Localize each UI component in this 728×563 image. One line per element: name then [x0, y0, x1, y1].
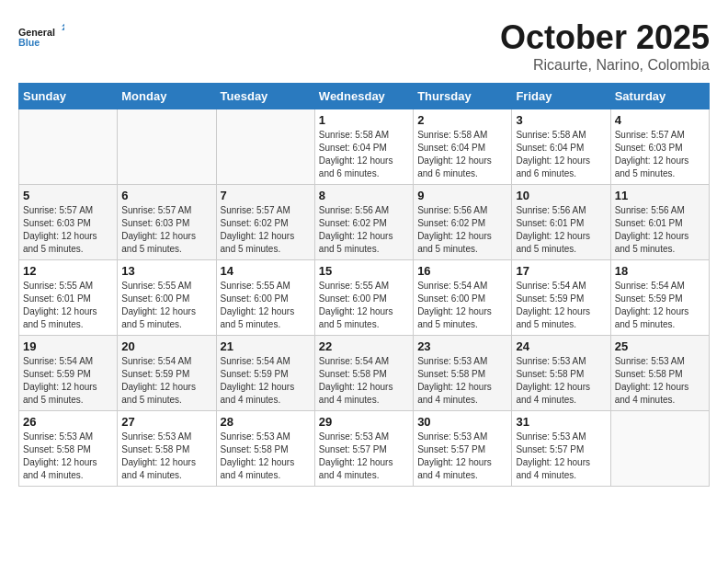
day-info: Sunrise: 5:58 AMSunset: 6:04 PMDaylight:…: [417, 129, 507, 180]
day-cell: 22Sunrise: 5:54 AMSunset: 5:58 PMDayligh…: [314, 336, 413, 411]
day-info: Sunrise: 5:55 AMSunset: 6:00 PMDaylight:…: [221, 280, 311, 331]
day-cell: 23Sunrise: 5:53 AMSunset: 5:58 PMDayligh…: [414, 336, 512, 411]
day-cell: 11Sunrise: 5:56 AMSunset: 6:01 PMDayligh…: [610, 185, 709, 260]
location-subtitle: Ricaurte, Narino, Colombia: [500, 57, 710, 74]
day-cell: 17Sunrise: 5:54 AMSunset: 5:59 PMDayligh…: [512, 260, 610, 336]
weekday-header-row: SundayMondayTuesdayWednesdayThursdayFrid…: [19, 84, 710, 109]
day-number: 30: [417, 415, 507, 429]
day-info: Sunrise: 5:54 AMSunset: 5:59 PMDaylight:…: [121, 355, 211, 407]
day-number: 22: [319, 339, 409, 353]
day-info: Sunrise: 5:53 AMSunset: 5:58 PMDaylight:…: [417, 355, 507, 407]
day-number: 26: [23, 415, 113, 429]
day-info: Sunrise: 5:58 AMSunset: 6:04 PMDaylight:…: [319, 129, 409, 180]
day-info: Sunrise: 5:54 AMSunset: 5:59 PMDaylight:…: [516, 280, 606, 331]
day-cell: 6Sunrise: 5:57 AMSunset: 6:03 PMDaylight…: [118, 185, 216, 260]
day-cell: 29Sunrise: 5:53 AMSunset: 5:57 PMDayligh…: [314, 411, 413, 487]
day-info: Sunrise: 5:55 AMSunset: 6:00 PMDaylight:…: [121, 280, 211, 331]
day-cell: 12Sunrise: 5:55 AMSunset: 6:01 PMDayligh…: [19, 260, 118, 336]
svg-text:Blue: Blue: [18, 37, 40, 48]
day-number: 18: [615, 264, 705, 278]
svg-marker-2: [62, 24, 64, 27]
day-number: 21: [221, 339, 311, 353]
day-number: 14: [221, 264, 311, 278]
day-cell: 19Sunrise: 5:54 AMSunset: 5:59 PMDayligh…: [19, 336, 118, 411]
day-cell: 4Sunrise: 5:57 AMSunset: 6:03 PMDaylight…: [610, 109, 709, 185]
day-cell: 28Sunrise: 5:53 AMSunset: 5:58 PMDayligh…: [216, 411, 314, 487]
day-cell: 18Sunrise: 5:54 AMSunset: 5:59 PMDayligh…: [610, 260, 709, 336]
day-cell: [610, 411, 709, 487]
day-info: Sunrise: 5:54 AMSunset: 5:59 PMDaylight:…: [23, 355, 113, 407]
day-number: 4: [615, 113, 705, 127]
day-info: Sunrise: 5:56 AMSunset: 6:01 PMDaylight:…: [516, 204, 606, 256]
day-number: 6: [121, 189, 211, 202]
day-cell: 30Sunrise: 5:53 AMSunset: 5:57 PMDayligh…: [414, 411, 512, 487]
weekday-header-tuesday: Tuesday: [216, 84, 314, 109]
day-info: Sunrise: 5:56 AMSunset: 6:02 PMDaylight:…: [417, 204, 507, 256]
day-cell: 27Sunrise: 5:53 AMSunset: 5:58 PMDayligh…: [118, 411, 216, 487]
day-cell: 13Sunrise: 5:55 AMSunset: 6:00 PMDayligh…: [118, 260, 216, 336]
day-cell: 7Sunrise: 5:57 AMSunset: 6:02 PMDaylight…: [216, 185, 314, 260]
day-number: 29: [319, 415, 409, 429]
day-cell: 16Sunrise: 5:54 AMSunset: 6:00 PMDayligh…: [414, 260, 512, 336]
day-info: Sunrise: 5:57 AMSunset: 6:03 PMDaylight:…: [121, 204, 211, 256]
svg-text:General: General: [18, 27, 55, 38]
day-info: Sunrise: 5:54 AMSunset: 5:59 PMDaylight:…: [615, 280, 705, 331]
day-number: 20: [121, 339, 211, 353]
day-number: 25: [615, 339, 705, 353]
day-info: Sunrise: 5:55 AMSunset: 6:00 PMDaylight:…: [319, 280, 409, 331]
day-cell: 25Sunrise: 5:53 AMSunset: 5:58 PMDayligh…: [610, 336, 709, 411]
day-number: 10: [516, 189, 606, 202]
week-row-1: 1Sunrise: 5:58 AMSunset: 6:04 PMDaylight…: [19, 109, 710, 185]
day-cell: 2Sunrise: 5:58 AMSunset: 6:04 PMDaylight…: [414, 109, 512, 185]
day-cell: [216, 109, 314, 185]
day-cell: 15Sunrise: 5:55 AMSunset: 6:00 PMDayligh…: [314, 260, 413, 336]
day-info: Sunrise: 5:53 AMSunset: 5:58 PMDaylight:…: [221, 431, 311, 482]
day-cell: 1Sunrise: 5:58 AMSunset: 6:04 PMDaylight…: [314, 109, 413, 185]
day-info: Sunrise: 5:55 AMSunset: 6:01 PMDaylight:…: [23, 280, 113, 331]
day-number: 13: [121, 264, 211, 278]
day-info: Sunrise: 5:53 AMSunset: 5:58 PMDaylight:…: [516, 355, 606, 407]
weekday-header-friday: Friday: [512, 84, 610, 109]
day-number: 24: [516, 339, 606, 353]
day-number: 11: [615, 189, 705, 202]
page-header: General Blue October 2025 Ricaurte, Nari…: [18, 18, 710, 74]
day-info: Sunrise: 5:53 AMSunset: 5:57 PMDaylight:…: [319, 431, 409, 482]
week-row-4: 19Sunrise: 5:54 AMSunset: 5:59 PMDayligh…: [19, 336, 710, 411]
day-info: Sunrise: 5:54 AMSunset: 5:58 PMDaylight:…: [319, 355, 409, 407]
day-cell: 3Sunrise: 5:58 AMSunset: 6:04 PMDaylight…: [512, 109, 610, 185]
day-info: Sunrise: 5:54 AMSunset: 5:59 PMDaylight:…: [221, 355, 311, 407]
day-info: Sunrise: 5:57 AMSunset: 6:03 PMDaylight:…: [615, 129, 705, 180]
day-number: 31: [516, 415, 606, 429]
day-number: 23: [417, 339, 507, 353]
day-info: Sunrise: 5:53 AMSunset: 5:57 PMDaylight:…: [417, 431, 507, 482]
svg-marker-3: [62, 27, 64, 30]
day-number: 16: [417, 264, 507, 278]
month-title: October 2025: [500, 18, 710, 57]
day-cell: 10Sunrise: 5:56 AMSunset: 6:01 PMDayligh…: [512, 185, 610, 260]
day-cell: 31Sunrise: 5:53 AMSunset: 5:57 PMDayligh…: [512, 411, 610, 487]
day-number: 12: [23, 264, 113, 278]
day-number: 8: [319, 189, 409, 202]
calendar-table: SundayMondayTuesdayWednesdayThursdayFrid…: [18, 83, 710, 487]
day-info: Sunrise: 5:57 AMSunset: 6:02 PMDaylight:…: [221, 204, 311, 256]
day-number: 19: [23, 339, 113, 353]
day-number: 5: [23, 189, 113, 202]
weekday-header-monday: Monday: [118, 84, 216, 109]
week-row-3: 12Sunrise: 5:55 AMSunset: 6:01 PMDayligh…: [19, 260, 710, 336]
day-cell: [118, 109, 216, 185]
day-number: 1: [319, 113, 409, 127]
day-cell: 20Sunrise: 5:54 AMSunset: 5:59 PMDayligh…: [118, 336, 216, 411]
day-number: 9: [417, 189, 507, 202]
day-cell: 9Sunrise: 5:56 AMSunset: 6:02 PMDaylight…: [414, 185, 512, 260]
day-info: Sunrise: 5:56 AMSunset: 6:02 PMDaylight:…: [319, 204, 409, 256]
day-cell: 24Sunrise: 5:53 AMSunset: 5:58 PMDayligh…: [512, 336, 610, 411]
day-cell: 26Sunrise: 5:53 AMSunset: 5:58 PMDayligh…: [19, 411, 118, 487]
day-info: Sunrise: 5:53 AMSunset: 5:58 PMDaylight:…: [121, 431, 211, 482]
day-cell: 14Sunrise: 5:55 AMSunset: 6:00 PMDayligh…: [216, 260, 314, 336]
day-cell: 21Sunrise: 5:54 AMSunset: 5:59 PMDayligh…: [216, 336, 314, 411]
day-cell: 8Sunrise: 5:56 AMSunset: 6:02 PMDaylight…: [314, 185, 413, 260]
day-info: Sunrise: 5:53 AMSunset: 5:58 PMDaylight:…: [23, 431, 113, 482]
day-info: Sunrise: 5:53 AMSunset: 5:57 PMDaylight:…: [516, 431, 606, 482]
day-number: 27: [121, 415, 211, 429]
day-number: 7: [221, 189, 311, 202]
